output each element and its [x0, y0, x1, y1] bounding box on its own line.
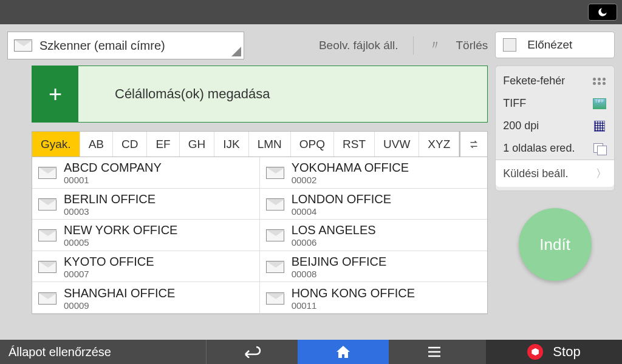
original-sides-value: 1 oldalas ered.: [503, 142, 575, 155]
address-item[interactable]: LOS ANGELES00006: [260, 220, 488, 251]
home-icon: [335, 345, 351, 359]
address-item[interactable]: LONDON OFFICE00004: [260, 189, 488, 220]
check-status-label: Állapot ellenőrzése: [9, 345, 111, 359]
original-sides-button[interactable]: 1 oldalas ered.: [496, 137, 614, 160]
tab-xyz[interactable]: XYZ: [419, 132, 459, 157]
pages-icon: [592, 143, 607, 155]
destination-field[interactable]: Célállomás(ok) megadása: [78, 66, 487, 122]
preview-checkbox[interactable]: [503, 38, 516, 52]
color-dots-icon: [592, 75, 607, 87]
address-item[interactable]: YOKOHAMA OFFICE00002: [260, 157, 488, 189]
moon-icon: [597, 7, 608, 18]
tab-uvw[interactable]: UVW: [375, 132, 419, 157]
tab-gyak[interactable]: Gyak.: [32, 132, 80, 157]
address-item[interactable]: BERLIN OFFICE00003: [32, 189, 260, 220]
scanned-files-status-button[interactable]: Beolv. fájlok áll.: [319, 39, 398, 52]
tab-lmn[interactable]: LMN: [249, 132, 291, 157]
envelope-icon: [14, 39, 32, 52]
envelope-icon: [38, 198, 56, 211]
address-item[interactable]: HONG KONG OFFICE00011: [260, 282, 488, 314]
stop-button[interactable]: Stop: [486, 340, 622, 364]
tab-rst[interactable]: RST: [334, 132, 375, 157]
address-number: 00009: [64, 300, 175, 311]
envelope-icon: [266, 198, 284, 211]
address-name: NEW YORK OFFICE: [64, 223, 177, 237]
scan-settings-panel: Fekete-fehér TIFF TIFF 200 dpi 1 oldalas…: [495, 66, 615, 191]
stop-icon: [527, 344, 543, 360]
resolution-value: 200 dpi: [503, 120, 539, 132]
scan-mode-label: Szkenner (email címre): [39, 39, 165, 53]
scan-mode-selector[interactable]: Szkenner (email címre): [7, 32, 244, 59]
address-name: HONG KONG OFFICE: [292, 286, 415, 300]
menu-button[interactable]: [389, 340, 480, 364]
address-list: ABCD COMPANY00001YOKOHAMA OFFICE00002BER…: [32, 157, 488, 314]
address-number: 00011: [292, 300, 415, 311]
tab-switch-view-button[interactable]: [459, 132, 487, 157]
tab-ab[interactable]: AB: [80, 132, 113, 157]
tab-cd[interactable]: CD: [113, 132, 147, 157]
back-button[interactable]: [207, 340, 298, 364]
address-name: KYOTO OFFICE: [64, 255, 154, 269]
system-top-bar: [0, 0, 622, 24]
back-arrow-icon: [243, 346, 261, 358]
home-button[interactable]: [298, 340, 389, 364]
address-number: 00003: [64, 206, 156, 217]
envelope-icon: [266, 292, 284, 305]
menu-icon: [427, 346, 442, 357]
color-mode-value: Fekete-fehér: [503, 75, 565, 87]
address-item[interactable]: SHANGHAI OFFICE00009: [32, 282, 260, 314]
clear-icon: 〃: [428, 36, 442, 55]
envelope-icon: [266, 229, 284, 241]
color-mode-button[interactable]: Fekete-fehér: [496, 70, 614, 92]
destination-placeholder: Célállomás(ok) megadása: [115, 86, 270, 102]
address-number: 00002: [292, 175, 409, 185]
address-name: ABCD COMPANY: [64, 161, 162, 175]
file-format-value: TIFF: [503, 97, 526, 110]
address-name: LOS ANGELES: [292, 223, 376, 237]
address-name: BERLIN OFFICE: [64, 192, 156, 206]
destination-bar: + Célállomás(ok) megadása: [32, 66, 488, 123]
swap-icon: [469, 139, 479, 150]
address-tabs: Gyak.ABCDEFGHIJKLMNOPQRSTUVWXYZ: [32, 131, 488, 157]
send-settings-label: Küldési beáll.: [503, 167, 568, 180]
address-name: BEIJING OFFICE: [292, 255, 387, 269]
address-item[interactable]: NEW YORK OFFICE00005: [32, 220, 260, 251]
spacer: [480, 340, 486, 364]
start-label: Indít: [539, 235, 570, 254]
address-item[interactable]: KYOTO OFFICE00007: [32, 251, 260, 283]
file-format-button[interactable]: TIFF TIFF: [496, 92, 614, 115]
plus-icon: +: [49, 81, 62, 107]
stop-label: Stop: [553, 344, 580, 360]
address-name: SHANGHAI OFFICE: [64, 286, 175, 300]
envelope-icon: [266, 261, 284, 273]
tab-ef[interactable]: EF: [147, 132, 179, 157]
address-number: 00005: [64, 237, 177, 248]
chevron-right-icon: 〉: [596, 166, 607, 181]
night-mode-button[interactable]: [588, 4, 617, 21]
envelope-icon: [38, 292, 56, 305]
address-item[interactable]: ABCD COMPANY00001: [32, 157, 260, 189]
check-status-button[interactable]: Állapot ellenőrzése: [0, 340, 207, 364]
resolution-button[interactable]: 200 dpi: [496, 115, 614, 137]
tiff-icon: TIFF: [592, 98, 607, 110]
clear-button[interactable]: Törlés: [456, 39, 488, 52]
start-button[interactable]: Indít: [519, 208, 592, 281]
resolution-icon: [592, 120, 607, 132]
address-item[interactable]: BEIJING OFFICE00008: [260, 251, 488, 283]
address-number: 00001: [64, 175, 162, 185]
send-settings-button[interactable]: Küldési beáll. 〉: [496, 160, 614, 187]
address-number: 00004: [292, 206, 391, 217]
address-number: 00007: [64, 269, 154, 279]
envelope-icon: [38, 167, 56, 179]
tab-gh[interactable]: GH: [180, 132, 215, 157]
tab-opq[interactable]: OPQ: [291, 132, 334, 157]
add-destination-button[interactable]: +: [32, 66, 78, 122]
envelope-icon: [38, 261, 56, 273]
preview-toggle[interactable]: Előnézet: [495, 32, 615, 58]
address-name: LONDON OFFICE: [292, 192, 391, 206]
address-name: YOKOHAMA OFFICE: [292, 161, 409, 175]
address-number: 00006: [292, 237, 376, 248]
system-bottom-bar: Állapot ellenőrzése Stop: [0, 340, 622, 364]
preview-label: Előnézet: [527, 38, 572, 52]
tab-ijk[interactable]: IJK: [214, 132, 248, 157]
